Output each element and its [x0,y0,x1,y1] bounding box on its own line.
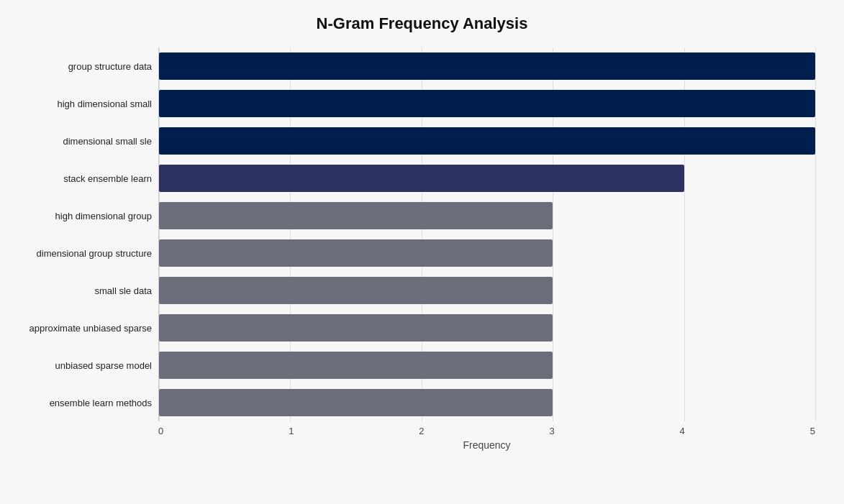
bar-label: small sle data [15,285,152,296]
bar-row: high dimensional small [159,85,815,122]
bar-label: high dimensional group [15,211,152,221]
x-tick: 0 [158,426,163,436]
bar-row: high dimensional group [159,197,815,234]
chart-title: N-Gram Frequency Analysis [14,14,830,33]
bar-label: stack ensemble learn [15,173,152,184]
bar-label: dimensional small sle [15,136,152,147]
bar [159,165,684,192]
plot-area: group structure datahigh dimensional sma… [158,47,815,421]
bar-label: approximate unbiased sparse [15,323,152,334]
bar [159,52,815,80]
bar-label: ensemble learn methods [15,398,152,408]
bar [159,277,553,304]
bar [159,127,815,155]
bar [159,352,553,379]
bar-row: ensemble learn methods [159,384,815,421]
bar-row: approximate unbiased sparse [159,309,815,347]
bar [159,202,553,229]
bar-row: dimensional group structure [159,234,815,272]
x-axis: 012345 Frequency [158,421,815,451]
bar-label: unbiased sparse model [15,360,152,371]
chart-area: group structure datahigh dimensional sma… [14,47,830,451]
x-tick: 3 [549,426,554,436]
x-tick: 5 [810,426,815,436]
x-tick: 4 [680,426,685,436]
bar-label: group structure data [15,61,152,72]
bar-row: small sle data [159,272,815,309]
chart-container: N-Gram Frequency Analysis group structur… [0,0,844,504]
bar-row: dimensional small sle [159,122,815,160]
bar-label: high dimensional small [15,98,152,109]
bar-row: stack ensemble learn [159,160,815,197]
x-ticks: 012345 [158,426,815,436]
bar-label: dimensional group structure [15,248,152,259]
bar-row: unbiased sparse model [159,347,815,384]
bar [159,239,553,267]
x-axis-label: Frequency [158,439,815,451]
x-tick: 2 [419,426,424,436]
bar [159,314,553,342]
x-tick: 1 [289,426,294,436]
bar [159,90,815,117]
bar [159,389,553,416]
bar-row: group structure data [159,47,815,85]
